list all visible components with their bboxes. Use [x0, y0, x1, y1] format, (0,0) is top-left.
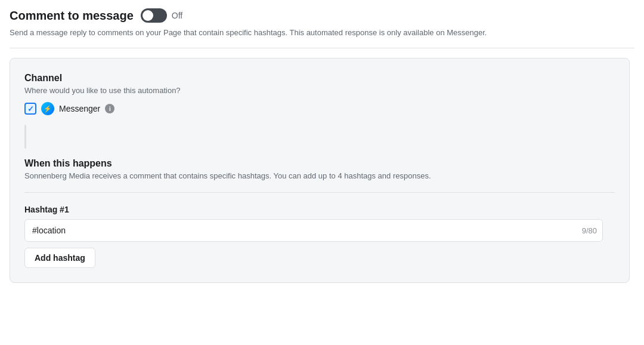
section-vertical-divider	[24, 125, 26, 149]
messenger-logo: ⚡	[44, 105, 52, 113]
char-count: 9/80	[582, 226, 597, 235]
page-title: Comment to message	[10, 9, 134, 23]
add-hashtag-button[interactable]: Add hashtag	[24, 248, 95, 268]
messenger-checkbox[interactable]: ✓	[24, 103, 36, 115]
hashtag-input[interactable]	[24, 219, 603, 242]
hashtag-label: Hashtag #1	[24, 205, 615, 214]
messenger-icon: ⚡	[41, 102, 54, 115]
hashtag-input-wrapper: 9/80	[24, 219, 603, 242]
info-icon[interactable]: i	[105, 104, 114, 113]
when-section-title: When this happens	[24, 158, 615, 169]
page-wrapper: Comment to message Off Send a message re…	[0, 0, 644, 291]
toggle-label: Off	[172, 11, 182, 20]
when-section: When this happens Sonnenberg Media recei…	[24, 158, 615, 180]
header-section: Comment to message Off	[10, 8, 634, 23]
channel-section: Channel Where would you like to use this…	[24, 73, 615, 115]
channel-section-desc: Where would you like to use this automat…	[24, 86, 615, 95]
hashtag-section: Hashtag #1 9/80 Add hashtag	[24, 205, 615, 268]
messenger-label: Messenger	[59, 104, 100, 113]
messenger-checkbox-row: ✓ ⚡ Messenger i	[24, 102, 615, 115]
channel-section-title: Channel	[24, 73, 615, 84]
toggle-thumb	[143, 10, 153, 21]
toggle-track	[141, 8, 167, 23]
subtitle-text: Send a message reply to comments on your…	[10, 27, 634, 38]
checkmark-icon: ✓	[27, 105, 34, 113]
toggle-switch[interactable]	[141, 8, 167, 23]
section-divider	[24, 192, 615, 193]
toggle-container: Off	[141, 8, 182, 23]
header-divider	[10, 48, 634, 48]
when-section-desc: Sonnenberg Media receives a comment that…	[24, 171, 615, 180]
main-card: Channel Where would you like to use this…	[10, 58, 630, 283]
